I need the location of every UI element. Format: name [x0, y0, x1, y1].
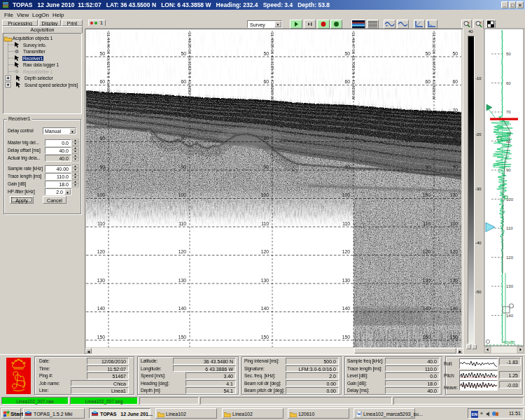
svg-text:100: 100 — [423, 192, 431, 197]
svg-text:50: 50 — [506, 52, 511, 56]
svg-text:130: 130 — [342, 278, 351, 283]
svg-text:90: 90 — [181, 164, 186, 169]
svg-text:120: 120 — [450, 249, 458, 254]
svg-text:110: 110 — [450, 221, 458, 226]
svg-text:80: 80 — [452, 136, 458, 141]
svg-text:150: 150 — [261, 335, 270, 340]
svg-text:50: 50 — [452, 51, 458, 56]
svg-text:120: 120 — [97, 249, 106, 254]
svg-text:80: 80 — [99, 136, 105, 141]
svg-text:130: 130 — [178, 278, 187, 283]
svg-text:120: 120 — [506, 255, 514, 260]
svg-text:11:49:47 36 43.7003 N 6 43: 11:49:47 36 43.7003 N 6 43.4230 W — [351, 32, 356, 100]
svg-text:50: 50 — [99, 51, 105, 56]
svg-text:60: 60 — [506, 81, 511, 85]
svg-text:90: 90 — [452, 164, 458, 169]
svg-text:42[dB]: 42[dB] — [503, 340, 515, 344]
svg-text:110: 110 — [261, 221, 269, 226]
svg-text:140: 140 — [178, 306, 187, 311]
svg-text:70: 70 — [506, 110, 511, 114]
svg-text:50: 50 — [344, 51, 350, 56]
svg-text:140: 140 — [423, 306, 431, 311]
svg-text:60: 60 — [452, 79, 458, 84]
svg-text:50: 50 — [263, 51, 269, 56]
svg-text:150: 150 — [342, 335, 351, 340]
svg-text:150: 150 — [97, 335, 106, 340]
svg-text:70: 70 — [263, 108, 269, 113]
svg-text:80: 80 — [181, 136, 186, 141]
svg-text:110: 110 — [506, 226, 513, 230]
svg-text:90: 90 — [344, 164, 350, 169]
svg-text:90: 90 — [263, 164, 269, 169]
svg-text:100: 100 — [178, 192, 187, 197]
svg-text:50: 50 — [181, 51, 186, 56]
svg-text:120: 120 — [342, 249, 351, 254]
svg-text:90: 90 — [99, 164, 105, 169]
svg-text:130: 130 — [450, 278, 458, 283]
svg-text:70: 70 — [181, 108, 186, 113]
svg-text:140: 140 — [97, 306, 106, 311]
svg-text:140: 140 — [506, 314, 514, 318]
svg-text:80: 80 — [425, 136, 430, 141]
svg-text:150: 150 — [423, 335, 431, 340]
svg-text:11:44:46 36 43.6217 N 6 43: 11:44:46 36 43.6217 N 6 43.4302 W — [106, 32, 111, 100]
svg-text:120: 120 — [178, 249, 187, 254]
svg-text:50: 50 — [425, 51, 430, 56]
svg-text:60: 60 — [181, 79, 186, 84]
svg-text:100: 100 — [450, 192, 458, 197]
svg-text:11:46:25 36 43.6102 N 6 43: 11:46:25 36 43.6102 N 6 43.4292 W — [188, 32, 192, 100]
svg-text:120: 120 — [423, 249, 431, 254]
svg-text:120: 120 — [261, 249, 270, 254]
svg-text:70: 70 — [99, 108, 105, 113]
svg-text:60: 60 — [99, 79, 105, 84]
svg-text:80: 80 — [263, 136, 269, 141]
svg-text:140: 140 — [450, 306, 458, 311]
svg-text:100: 100 — [97, 192, 106, 197]
svg-text:130: 130 — [423, 278, 431, 283]
svg-text:110: 110 — [97, 221, 105, 226]
svg-text:60: 60 — [344, 79, 350, 84]
svg-text:110: 110 — [423, 221, 430, 226]
svg-text:11:48:05 36 43.6105 N 6 43: 11:48:05 36 43.6105 N 6 43.4268 W — [270, 32, 274, 100]
svg-text:150: 150 — [450, 335, 458, 340]
svg-text:11:51:32 36 43.6872 N 6 43: 11:51:32 36 43.6872 N 6 43.4203 W — [432, 32, 436, 100]
svg-text:70: 70 — [425, 108, 430, 113]
svg-text:90: 90 — [506, 168, 511, 172]
svg-text:100: 100 — [342, 192, 351, 197]
svg-text:150: 150 — [178, 335, 187, 340]
svg-text:130: 130 — [97, 278, 106, 283]
svg-text:140: 140 — [261, 306, 270, 311]
svg-text:130: 130 — [261, 278, 270, 283]
svg-text:140: 140 — [342, 306, 351, 311]
svg-text:70: 70 — [452, 108, 458, 113]
svg-text:90: 90 — [425, 164, 430, 169]
svg-text:110: 110 — [178, 221, 186, 226]
svg-text:110: 110 — [342, 221, 350, 226]
svg-text:80: 80 — [344, 136, 350, 141]
svg-text:130: 130 — [506, 284, 514, 288]
svg-text:100: 100 — [261, 192, 270, 197]
svg-text:60: 60 — [425, 79, 430, 84]
svg-text:70: 70 — [344, 108, 350, 113]
svg-text:60: 60 — [263, 79, 269, 84]
